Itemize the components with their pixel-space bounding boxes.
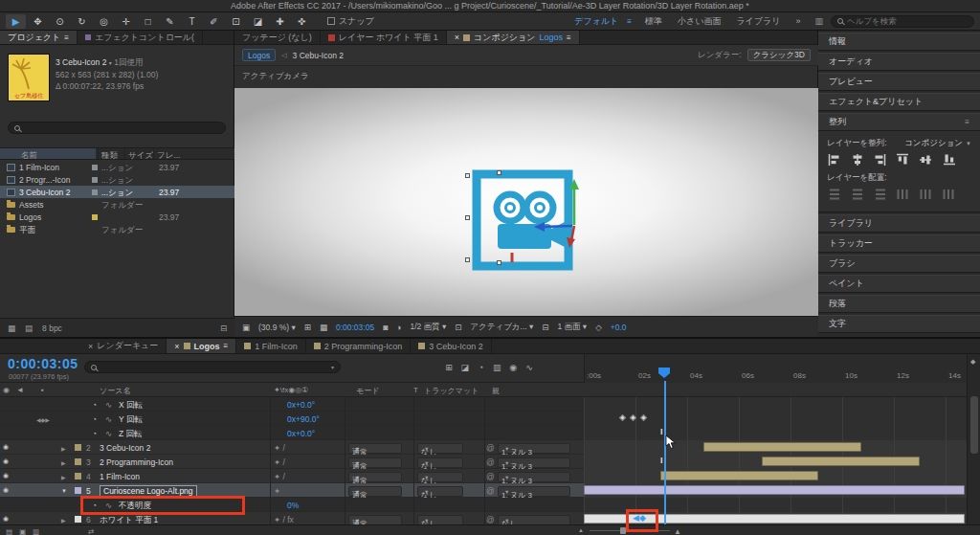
panel-effects-presets[interactable]: エフェクト&プリセット [818,93,980,111]
col-parent[interactable]: 親 [492,386,500,396]
property-name[interactable]: Z 回転 [119,429,143,440]
property-name[interactable]: Y 回転 [119,414,143,426]
project-row[interactable]: Logos 23.97 [0,211,234,223]
align-top-button[interactable] [897,152,909,167]
frame-blend-button[interactable]: ▥ [490,363,503,372]
expand-arrow-icon[interactable]: ▶ [61,474,66,480]
expand-arrow-icon[interactable]: ▶ [61,459,66,466]
help-search-input[interactable] [847,16,968,26]
mini-flowchart-icon[interactable]: ⊟ [542,323,548,332]
vertical-scrollbar[interactable] [970,396,978,454]
panel-library[interactable]: ライブラリ [818,214,980,233]
layer-row-film-icon[interactable]: ◉ ▶ 4 1 Film-Icon ✦ / 通常▼ なし▼ @ 1. ヌル 3▼ [0,469,980,483]
mini-flowchart-button[interactable]: ⊞ [442,363,456,372]
panel-menu-icon[interactable]: ≡ [64,33,69,42]
parent-select[interactable]: 1. ヌル 3▼ [498,472,570,482]
layer-name[interactable]: Curioscene Logo-Alt.png [100,485,197,497]
tab-layer[interactable]: レイヤー ホワイト 平面 1 [321,31,447,44]
property-value[interactable]: 0x+0.0° [287,400,315,410]
panel-paint[interactable]: ペイント [818,275,980,293]
selection-tool[interactable]: ▶ [6,14,26,29]
shy-layers-button[interactable]: ◔ [475,363,488,372]
layer-track[interactable] [584,440,967,455]
draft-3d-button[interactable]: ◪ [458,363,472,372]
layer-duration-bar[interactable] [703,442,861,452]
collapse-arrow-icon[interactable]: ▼ [61,488,67,494]
property-value[interactable]: 0% [287,501,299,510]
safe-areas-icon[interactable]: ⊞ [304,323,311,332]
comp-marker-icon[interactable]: ◆ [970,358,975,366]
parent-pickwhip-icon[interactable]: @ [486,472,495,481]
parent-select[interactable]: 1. ヌル 3▼ [498,486,570,497]
brush-tool[interactable]: ✐ [204,14,224,29]
stopwatch-icon[interactable]: ◔ [92,414,97,424]
property-row-y-rotation[interactable]: ◀◆▶ ◔ ∿ Y 回転 0x+90.0° [0,412,980,426]
label-swatch[interactable] [92,214,98,220]
selection-handle[interactable] [497,260,501,265]
workspace-overflow-icon[interactable]: » [795,16,800,26]
blend-mode-select[interactable]: 通常▼ [348,443,402,454]
tab-comp-logos[interactable]: × Logos ≡ [167,339,236,353]
expand-arrow-icon[interactable]: ▶ [61,517,66,524]
bit-depth[interactable]: 8 bpc [42,323,62,333]
panel-character[interactable]: 文字 [818,315,980,333]
current-time-display[interactable]: 0:00:03:05 [8,356,78,371]
zoom-select[interactable]: (30.9 %) ▾ [258,323,296,332]
col-switches[interactable]: ✦\fx◉◎① [274,386,308,394]
close-icon[interactable]: × [174,342,179,351]
visibility-toggle[interactable]: ◉ [3,486,9,494]
grid-icon[interactable]: ▦ [320,323,327,332]
time-ruler[interactable]: :00s02s04s06s08s10s12s14s [584,354,967,383]
property-row-x-rotation[interactable]: ◔ ∿ X 回転 0x+0.0° [0,397,980,412]
blend-mode-select[interactable]: 通常▼ [348,457,402,468]
zoom-in-icon[interactable]: ▲ [674,527,681,535]
camera-tool[interactable]: ◎ [94,14,114,29]
property-row-z-rotation[interactable]: ◔ ∿ Z 回転 0x+0.0° [0,426,980,440]
track-matte-select[interactable]: なし▼ [417,486,463,497]
rotation-tool[interactable]: ↻ [72,14,92,29]
distribute-top-button[interactable] [827,188,841,200]
property-value[interactable]: 0x+0.0° [287,429,315,438]
layer-switches[interactable]: ✦ [274,486,280,496]
layer-track[interactable] [584,483,967,498]
align-left-button[interactable] [827,153,841,166]
roto-brush-tool[interactable]: ✚ [270,14,290,29]
pen-tool[interactable]: ✎ [160,14,180,29]
hand-tool[interactable]: ✥ [28,14,48,29]
align-vertical-center-button[interactable] [920,152,932,167]
footage-thumbnail[interactable]: セブ島移住 [8,54,50,101]
new-comp-icon[interactable]: ▤ [25,323,33,333]
label-swatch[interactable] [92,177,98,183]
track-matte-select[interactable]: なし▼ [417,457,463,468]
keyframe-mark[interactable]: I [660,456,663,465]
preview-time[interactable]: 0:00:03:05 [336,323,374,332]
keyframe-mark[interactable]: I [660,427,663,436]
layer-label-swatch[interactable] [75,444,81,451]
zoom-out-icon[interactable]: ▲ [578,527,584,533]
layer-switches[interactable]: ✦ / fx [274,515,294,524]
property-value[interactable]: 0x+90.0° [287,414,320,424]
tab-footage[interactable]: フッテージ (なし) [234,31,321,44]
panel-box-icon[interactable]: ▥ [814,16,823,26]
distribute-right-button[interactable] [943,187,955,201]
label-swatch[interactable] [92,165,98,170]
graph-editor-button[interactable]: ∿ [523,363,536,372]
layer-label-swatch[interactable] [75,516,81,523]
panel-menu-icon[interactable]: ≡ [224,342,229,350]
expand-arrow-icon[interactable]: ▶ [61,445,66,452]
panel-audio[interactable]: オーディオ [818,53,980,71]
timeline-search-input[interactable] [100,363,327,372]
eraser-tool[interactable]: ◪ [248,14,268,29]
panel-align[interactable]: 整列 ≡ [818,113,980,131]
align-bottom-button[interactable] [943,152,955,167]
visibility-toggle[interactable]: ◉ [3,443,9,451]
property-track[interactable] [584,397,967,412]
distribute-hcenter-button[interactable] [920,187,932,201]
layer-name[interactable]: 1 Film-Icon [100,472,140,481]
tab-render-queue[interactable]: × レンダーキュー [80,339,167,353]
project-row-selected[interactable]: 3 Cebu-Icon 2 ...ション 23.97 [0,186,234,198]
stopwatch-icon[interactable]: ◔ [92,400,97,410]
workspace-library[interactable]: ライブラリ [736,15,780,28]
layer-duration-bar[interactable] [762,457,920,466]
toggle-switches-modes-icon[interactable]: ⇄ [88,527,94,535]
